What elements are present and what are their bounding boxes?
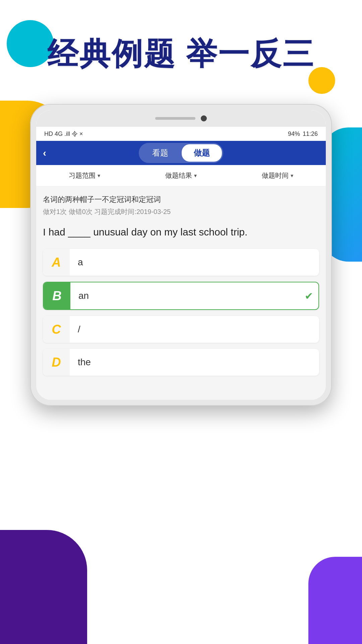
status-right-info: 94% 11:26: [288, 130, 318, 138]
tab-group: 看题 做题: [139, 143, 223, 163]
filter-range-arrow: ▾: [98, 172, 100, 179]
phone-top-bar: [36, 110, 326, 127]
tab-view[interactable]: 看题: [140, 144, 180, 162]
question-text: I had ____ unusual day on my last school…: [43, 224, 319, 239]
back-button[interactable]: ‹: [43, 147, 46, 159]
content-area: 名词的两种帽子一不定冠词和定冠词 做对1次 做错0次 习题完成时间:2019-0…: [36, 186, 326, 390]
tab-do[interactable]: 做题: [182, 144, 222, 162]
option-d[interactable]: D the: [43, 349, 319, 376]
section-title: 名词的两种帽子一不定冠词和定冠词: [43, 195, 319, 205]
filter-range-label: 习题范围: [69, 171, 96, 180]
phone-mockup: HD 4G .ill 令 × 94% 11:26 ‹ 看题 做题 习题范围: [30, 104, 332, 406]
status-left-icons: HD 4G .ill 令 ×: [44, 130, 83, 138]
decorative-yellow-circle: [308, 67, 335, 94]
clock: 11:26: [303, 130, 318, 138]
option-c[interactable]: C /: [43, 316, 319, 343]
option-c-text: /: [70, 324, 88, 335]
option-a-text: a: [70, 257, 91, 268]
option-b-text: an: [70, 290, 97, 301]
option-b[interactable]: B an ✔: [43, 282, 319, 310]
filter-result-arrow: ▾: [194, 172, 197, 179]
option-d-text: the: [70, 357, 99, 368]
option-c-letter: C: [43, 316, 70, 343]
filter-result-label: 做题结果: [165, 171, 192, 180]
page-title-area: 经典例题 举一反三: [0, 37, 362, 71]
speaker-grille: [155, 117, 195, 120]
filter-time-label: 做题时间: [262, 171, 289, 180]
battery-indicator: 94%: [288, 130, 300, 138]
status-bar: HD 4G .ill 令 × 94% 11:26: [36, 127, 326, 141]
section-meta: 做对1次 做错0次 习题完成时间:2019-03-25: [43, 207, 319, 216]
option-b-letter: B: [44, 282, 70, 309]
option-a-letter: A: [43, 249, 70, 276]
page-title: 经典例题 举一反三: [0, 37, 362, 71]
filter-range[interactable]: 习题范围 ▾: [69, 171, 100, 180]
correct-checkmark: ✔: [305, 290, 313, 302]
app-header: ‹ 看题 做题: [36, 141, 326, 165]
status-left-text: HD 4G .ill 令 ×: [44, 130, 83, 138]
decorative-purple-shape-right: [308, 557, 362, 644]
filter-bar: 习题范围 ▾ 做题结果 ▾ 做题时间 ▾: [36, 165, 326, 186]
camera-dot: [201, 115, 207, 121]
filter-time-arrow: ▾: [291, 172, 293, 179]
option-a[interactable]: A a: [43, 249, 319, 276]
decorative-purple-shape-left: [0, 530, 87, 644]
filter-time[interactable]: 做题时间 ▾: [262, 171, 293, 180]
phone-bottom: [36, 390, 326, 400]
option-d-letter: D: [43, 349, 70, 376]
filter-result[interactable]: 做题结果 ▾: [165, 171, 197, 180]
